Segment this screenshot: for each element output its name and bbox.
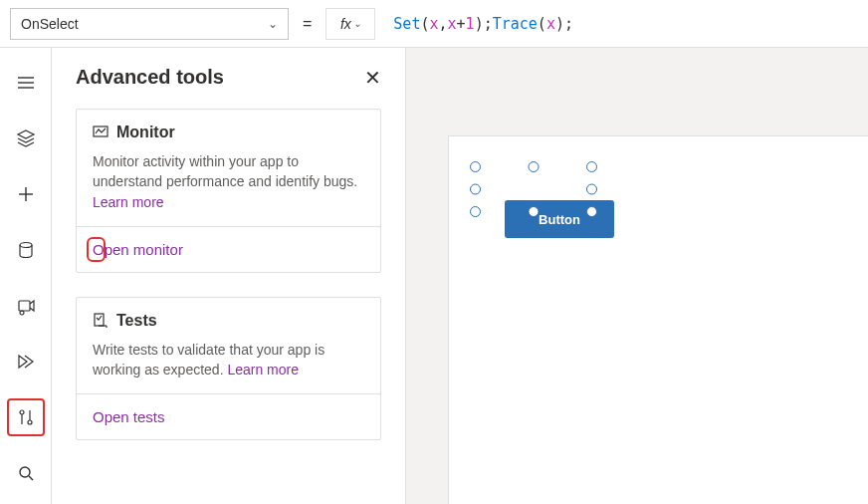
learn-more-link[interactable]: Learn more bbox=[93, 194, 164, 210]
card-header: Tests bbox=[77, 298, 380, 336]
formula-input[interactable]: Set( x, x+1 ); Trace( x ); bbox=[383, 8, 858, 40]
card-description: Write tests to validate that your app is… bbox=[77, 336, 380, 394]
hamburger-icon[interactable] bbox=[7, 64, 45, 102]
media-icon[interactable] bbox=[7, 287, 45, 325]
card-description: Monitor activity within your app to unde… bbox=[77, 147, 380, 226]
search-icon[interactable] bbox=[7, 454, 45, 492]
learn-more-link[interactable]: Learn more bbox=[227, 362, 299, 378]
open-monitor-link[interactable]: Open monitor bbox=[77, 226, 380, 272]
advanced-tools-panel: Advanced tools ✕ Monitor Monitor activit… bbox=[52, 48, 406, 504]
resize-handle[interactable] bbox=[529, 161, 540, 172]
main-area: Advanced tools ✕ Monitor Monitor activit… bbox=[0, 48, 868, 504]
data-icon[interactable] bbox=[7, 231, 45, 269]
advanced-tools-highlight bbox=[7, 398, 45, 436]
button-control[interactable]: Button bbox=[505, 200, 614, 238]
resize-handle[interactable] bbox=[470, 206, 481, 217]
chevron-down-icon: ⌄ bbox=[353, 18, 361, 29]
resize-handle[interactable] bbox=[470, 184, 481, 195]
close-icon[interactable]: ✕ bbox=[364, 68, 381, 88]
equals-label: = bbox=[297, 15, 318, 33]
svg-point-6 bbox=[20, 243, 32, 248]
chevron-down-icon: ⌄ bbox=[268, 17, 278, 31]
open-tests-link[interactable]: Open tests bbox=[77, 393, 380, 439]
resize-handle[interactable] bbox=[529, 206, 540, 217]
left-rail bbox=[0, 48, 52, 504]
fx-label: fx bbox=[340, 16, 351, 32]
advanced-tools-icon[interactable] bbox=[9, 400, 43, 434]
resize-handle[interactable] bbox=[586, 206, 597, 217]
canvas-area[interactable]: Button bbox=[406, 48, 868, 504]
property-dropdown[interactable]: OnSelect ⌄ bbox=[10, 8, 289, 40]
resize-handle[interactable] bbox=[470, 161, 481, 172]
svg-point-10 bbox=[28, 420, 32, 424]
canvas-page[interactable]: Button bbox=[448, 135, 868, 504]
svg-marker-3 bbox=[18, 130, 34, 138]
selection-frame[interactable]: Button bbox=[475, 166, 592, 212]
svg-point-12 bbox=[20, 467, 30, 477]
svg-line-13 bbox=[29, 476, 33, 480]
formula-bar: OnSelect ⌄ = fx ⌄ Set( x, x+1 ); Trace( … bbox=[0, 0, 868, 48]
panel-title: Advanced tools bbox=[76, 66, 224, 89]
tests-icon bbox=[93, 313, 108, 329]
tests-card: Tests Write tests to validate that your … bbox=[76, 297, 381, 441]
tree-view-icon[interactable] bbox=[7, 120, 45, 157]
card-header: Monitor bbox=[77, 110, 380, 147]
insert-icon[interactable] bbox=[7, 175, 45, 213]
card-title: Monitor bbox=[116, 124, 175, 141]
monitor-card: Monitor Monitor activity within your app… bbox=[76, 109, 381, 273]
svg-point-8 bbox=[20, 410, 24, 414]
property-label: OnSelect bbox=[21, 16, 79, 32]
fx-button[interactable]: fx ⌄ bbox=[326, 8, 375, 40]
panel-header: Advanced tools ✕ bbox=[76, 66, 381, 89]
monitor-icon bbox=[93, 125, 108, 140]
svg-rect-7 bbox=[19, 301, 30, 311]
resize-handle[interactable] bbox=[586, 184, 597, 195]
resize-handle[interactable] bbox=[586, 161, 597, 172]
power-automate-icon[interactable] bbox=[7, 343, 45, 380]
open-monitor-highlight: Open monitor bbox=[93, 241, 183, 258]
card-title: Tests bbox=[116, 312, 157, 330]
